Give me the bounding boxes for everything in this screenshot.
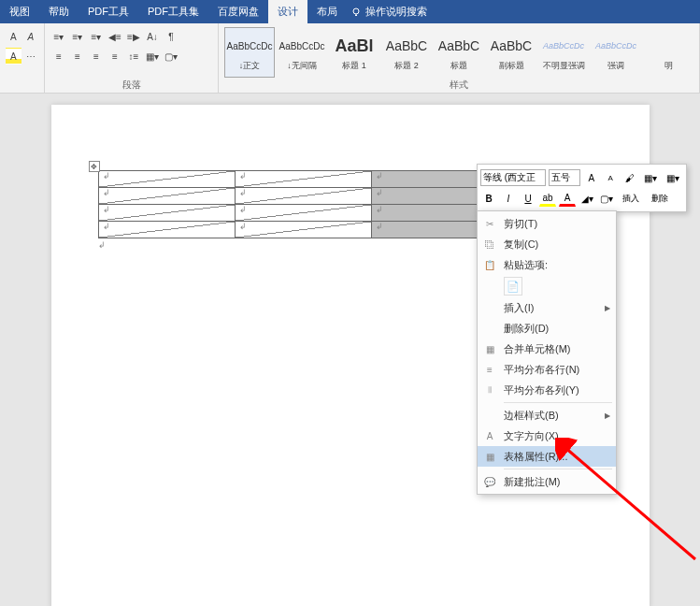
tab-help[interactable]: 帮助 [39, 0, 79, 23]
cm-delete-column[interactable]: 删除列(D) [478, 318, 616, 339]
lightbulb-icon [350, 7, 362, 18]
show-marks-icon[interactable]: ¶ [163, 28, 179, 45]
clipboard-icon: 📋 [483, 258, 496, 271]
mini-size-select[interactable] [549, 169, 580, 186]
cm-separator [504, 402, 612, 403]
font-style-icon[interactable]: A [23, 28, 39, 45]
multilevel-icon[interactable]: ≡▾ [88, 28, 105, 45]
delete-button[interactable]: 删除 [647, 190, 673, 207]
table-style2-icon[interactable]: ▦▾ [664, 169, 683, 186]
svg-rect-1 [355, 14, 357, 16]
font-color-icon[interactable]: A [559, 190, 576, 207]
mini-font-select[interactable] [480, 169, 546, 186]
cm-copy[interactable]: ⿻复制(C) [478, 234, 616, 254]
search-placeholder: 操作说明搜索 [365, 5, 427, 19]
align-right-icon[interactable]: ≡ [88, 48, 105, 65]
group-label-styles: 样式 [219, 79, 699, 92]
style-emphasis[interactable]: AaBbCcDc强调 [591, 27, 641, 78]
chevron-right-icon: ▶ [605, 411, 610, 420]
align-center-icon[interactable]: ≡ [69, 48, 86, 65]
style-title[interactable]: AaBbC标题 [434, 27, 484, 78]
style-gallery[interactable]: AaBbCcDc↓正文 AaBbCcDc↓无间隔 AaBl标题 1 AaBbC标… [224, 25, 693, 78]
underline-icon[interactable]: U [520, 190, 536, 207]
font-name-icon[interactable]: A [6, 28, 21, 45]
cm-text-direction[interactable]: A文字方向(X)... [478, 426, 616, 446]
cm-paste-option-row: 📄 [478, 275, 616, 297]
style-normal[interactable]: AaBbCcDc↓正文 [224, 27, 275, 78]
style-subtle-emphasis[interactable]: AaBbCcDc不明显强调 [538, 27, 589, 78]
tab-design[interactable]: 设计 [268, 0, 307, 23]
copy-icon: ⿻ [483, 238, 496, 251]
dist-cols-icon: ⦀ [483, 383, 496, 397]
group-font: A A A ⋯ [0, 23, 45, 93]
document-table[interactable]: ↲↲↲ ↲↲↲ ↲↲↲ ↲↲↲ [98, 170, 509, 238]
svg-point-0 [353, 8, 359, 14]
paste-keep-source-icon[interactable]: 📄 [504, 277, 522, 296]
bullets-icon[interactable]: ≡▾ [50, 28, 67, 45]
mini-toolbar: A A 🖌 ▦▾ ▦▾ B I U ab A ◢▾ ▢▾ 插入 删除 [477, 164, 687, 212]
table-row[interactable]: ↲↲↲ [98, 205, 508, 222]
tab-pdf-tools[interactable]: PDF工具 [79, 0, 138, 23]
cm-paste-options: 📋粘贴选项: [478, 254, 616, 275]
cm-merge-cells[interactable]: ▦合并单元格(M) [478, 339, 616, 359]
format-painter-icon[interactable]: 🖌 [621, 169, 637, 186]
group-styles: AaBbCcDc↓正文 AaBbCcDc↓无间隔 AaBl标题 1 AaBbC标… [219, 23, 700, 93]
properties-icon: ▦ [483, 450, 496, 463]
numbering-icon[interactable]: ≡▾ [69, 28, 86, 45]
comment-icon: 💬 [483, 475, 496, 488]
shrink-font-icon[interactable]: A [602, 169, 618, 186]
borders-icon[interactable]: ▢▾ [163, 48, 179, 65]
insert-button[interactable]: 插入 [618, 190, 644, 207]
tab-layout[interactable]: 布局 [307, 0, 347, 23]
cm-border-style[interactable]: 边框样式(B)▶ [478, 405, 616, 426]
shading-icon[interactable]: ▦▾ [144, 48, 161, 65]
highlight-icon[interactable]: A [6, 48, 21, 65]
shading-color-icon[interactable]: ◢▾ [579, 190, 595, 207]
tab-baidu-netdisk[interactable]: 百度网盘 [208, 0, 268, 23]
tab-view[interactable]: 视图 [0, 0, 39, 23]
table-row[interactable]: ↲↲↲ [98, 188, 508, 205]
text-direction-icon: A [483, 429, 496, 442]
group-label-paragraph: 段落 [45, 79, 218, 92]
tab-pdf-toolset[interactable]: PDF工具集 [138, 0, 208, 23]
style-subtitle[interactable]: AaBbC副标题 [486, 27, 536, 78]
font-more-icon[interactable]: ⋯ [23, 48, 39, 65]
line-spacing-icon[interactable]: ↕≡ [125, 48, 142, 65]
italic-icon[interactable]: I [500, 190, 517, 207]
cm-cut[interactable]: ✂剪切(T) [478, 213, 616, 234]
grow-font-icon[interactable]: A [583, 169, 599, 186]
table-style-icon[interactable]: ▦▾ [640, 169, 660, 186]
ribbon: A A A ⋯ ≡▾ ≡▾ ≡▾ ◀≡ ≡▶ A↓ ¶ ≡ ≡ ≡ ≡ ↕≡ ▦… [0, 23, 700, 94]
cm-insert[interactable]: 插入(I)▶ [478, 297, 616, 318]
border-icon[interactable]: ▢▾ [598, 190, 615, 207]
menu-bar: 视图 帮助 PDF工具 PDF工具集 百度网盘 设计 布局 操作说明搜索 [0, 0, 700, 23]
style-heading2[interactable]: AaBbC标题 2 [381, 27, 432, 78]
align-left-icon[interactable]: ≡ [50, 48, 67, 65]
tell-me-search[interactable]: 操作说明搜索 [350, 5, 427, 19]
chevron-right-icon: ▶ [605, 304, 610, 312]
style-more[interactable]: 明 [643, 27, 693, 78]
merge-icon: ▦ [483, 342, 496, 355]
indent-icon[interactable]: ≡▶ [125, 28, 142, 45]
table-row[interactable]: ↲↲↲ [98, 222, 508, 238]
bold-icon[interactable]: B [480, 190, 497, 207]
sort-icon[interactable]: A↓ [144, 28, 161, 45]
style-no-spacing[interactable]: AaBbCcDc↓无间隔 [277, 27, 327, 78]
highlight-color-icon[interactable]: ab [539, 190, 556, 207]
dist-rows-icon: ≡ [483, 363, 496, 376]
outdent-icon[interactable]: ◀≡ [107, 28, 123, 45]
justify-icon[interactable]: ≡ [107, 48, 123, 65]
group-paragraph: ≡▾ ≡▾ ≡▾ ◀≡ ≡▶ A↓ ¶ ≡ ≡ ≡ ≡ ↕≡ ▦▾ ▢▾ 段落 [45, 23, 219, 93]
context-menu: ✂剪切(T) ⿻复制(C) 📋粘贴选项: 📄 插入(I)▶ 删除列(D) ▦合并… [477, 210, 617, 495]
cm-table-properties[interactable]: ▦表格属性(R)... [478, 446, 616, 467]
cm-distribute-cols[interactable]: ⦀平均分布各列(Y) [478, 380, 616, 400]
table-row[interactable]: ↲↲↲ [98, 171, 508, 188]
cm-separator [504, 469, 612, 469]
cm-distribute-rows[interactable]: ≡平均分布各行(N) [478, 359, 616, 380]
scissors-icon: ✂ [483, 217, 496, 230]
style-heading1[interactable]: AaBl标题 1 [329, 27, 379, 78]
cm-new-comment[interactable]: 💬新建批注(M) [478, 471, 616, 492]
